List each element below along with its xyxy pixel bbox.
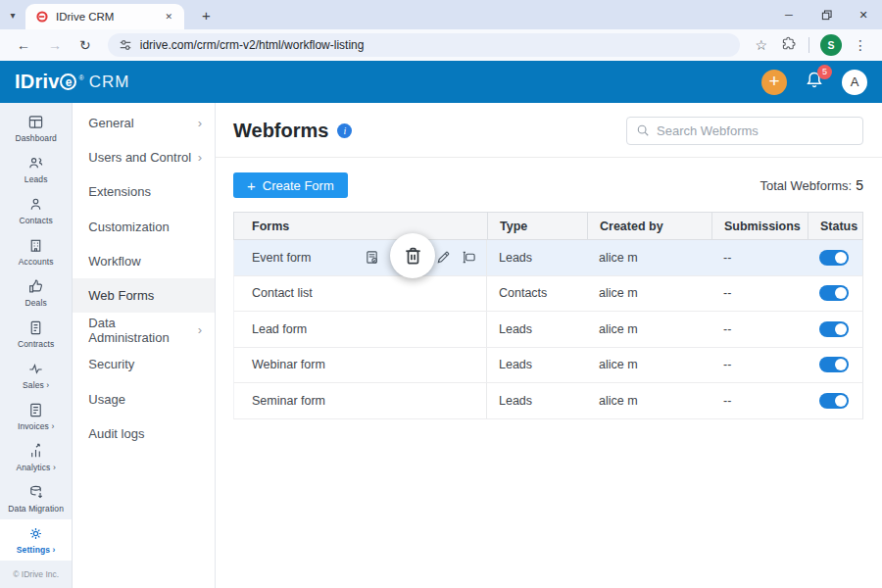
webforms-table: Forms Type Created by Submissions Status… xyxy=(233,212,863,419)
browser-menu-kebab-icon[interactable]: ⋮ xyxy=(849,37,872,53)
table-row[interactable]: Seminar form Leads alice m -- xyxy=(233,383,863,419)
sidebar-item-contracts[interactable]: Contracts xyxy=(0,314,72,355)
form-submissions: -- xyxy=(711,312,808,347)
forward-button[interactable]: → xyxy=(41,36,69,54)
search-input[interactable] xyxy=(657,123,854,138)
logo-e-mark: e xyxy=(60,74,76,90)
delete-icon xyxy=(402,245,424,268)
nav-item-users-and-control[interactable]: Users and Control › xyxy=(73,140,215,174)
table-row[interactable]: Webinar form Leads alice m -- xyxy=(233,348,863,384)
sidebar-item-deals[interactable]: Deals xyxy=(0,272,72,314)
sidebar-item-invoices[interactable]: Invoices › xyxy=(0,396,72,437)
nav-item-workflow[interactable]: Workflow xyxy=(73,244,215,278)
idrive-favicon-icon xyxy=(35,10,49,24)
sidebar-item-data-migration[interactable]: Data Migration xyxy=(0,478,72,519)
sidebar-item-accounts[interactable]: Accounts xyxy=(0,231,72,272)
form-submissions: -- xyxy=(711,240,808,275)
browser-toolbar: ← → ↻ idrive.com/crm/crm-v2/html/workflo… xyxy=(0,29,882,61)
window-close-button[interactable]: ✕ xyxy=(845,0,882,29)
column-created-by: Created by xyxy=(587,213,711,239)
sidebar-item-dashboard[interactable]: Dashboard xyxy=(0,108,72,149)
data-migration-icon xyxy=(27,484,44,501)
extensions-icon[interactable] xyxy=(776,36,801,54)
form-name: Event form xyxy=(252,251,311,265)
status-toggle[interactable] xyxy=(819,393,849,409)
nav-item-usage[interactable]: Usage xyxy=(73,382,215,416)
nav-item-extensions[interactable]: Extensions xyxy=(73,174,215,209)
form-name: Contact list xyxy=(252,286,313,300)
nav-item-data-administration[interactable]: Data Administration › xyxy=(73,313,215,347)
nav-item-customization[interactable]: Customization xyxy=(73,210,215,244)
sidebar-item-contacts[interactable]: Contacts xyxy=(0,190,72,231)
analytics-icon xyxy=(27,443,44,460)
browser-tabstrip: ▾ IDrive CRM ✕ + ─ ✕ xyxy=(0,0,882,29)
address-bar[interactable]: idrive.com/crm/crm-v2/html/workflow-list… xyxy=(108,33,741,57)
nav-item-security[interactable]: Security xyxy=(73,347,215,381)
search-box[interactable] xyxy=(626,117,863,145)
accounts-icon xyxy=(27,237,44,254)
form-type: Leads xyxy=(487,348,587,383)
settings-nav: General › Users and Control › Extensions… xyxy=(73,103,216,588)
nav-item-web-forms[interactable]: Web Forms xyxy=(73,278,215,313)
edit-icon[interactable] xyxy=(436,250,451,265)
chevron-right-icon: › xyxy=(198,116,202,130)
status-toggle[interactable] xyxy=(819,285,849,301)
main-content: Webforms i + Create Form Total Webforms:… xyxy=(216,103,882,588)
sidebar-item-analytics[interactable]: Analytics › xyxy=(0,437,72,478)
status-toggle[interactable] xyxy=(819,250,849,266)
quick-add-button[interactable]: + xyxy=(761,70,787,95)
bookmark-star-icon[interactable]: ☆ xyxy=(750,37,772,53)
tab-close-icon[interactable]: ✕ xyxy=(161,10,176,24)
user-avatar[interactable]: A xyxy=(842,70,867,95)
form-created-by: alice m xyxy=(587,383,711,418)
icon-rail: Dashboard Leads Contacts Accounts D xyxy=(0,103,73,588)
form-submissions: -- xyxy=(711,348,808,383)
registered-mark: ® xyxy=(78,74,83,81)
form-submissions: -- xyxy=(711,383,808,418)
browser-profile-avatar[interactable]: S xyxy=(820,34,842,56)
notifications-button[interactable]: 5 xyxy=(805,71,824,94)
browser-tab[interactable]: IDrive CRM ✕ xyxy=(25,4,184,29)
form-name: Seminar form xyxy=(252,394,325,408)
table-row[interactable]: Event form xyxy=(233,240,863,276)
form-created-by: alice m xyxy=(587,240,711,275)
chevron-right-icon: › xyxy=(198,150,202,165)
copyright-text: © IDrive Inc. xyxy=(0,562,72,588)
info-icon[interactable]: i xyxy=(337,123,352,138)
status-toggle[interactable] xyxy=(819,321,849,337)
new-tab-button[interactable]: + xyxy=(194,7,219,24)
status-toggle[interactable] xyxy=(819,357,849,372)
delete-button-highlight[interactable] xyxy=(390,233,435,278)
tab-search-chevron-icon[interactable]: ▾ xyxy=(0,10,25,21)
table-row[interactable]: Contact list Contacts alice m -- xyxy=(233,276,863,313)
sidebar-item-settings[interactable]: Settings › xyxy=(0,519,72,561)
form-submissions: -- xyxy=(711,276,808,312)
nav-item-general[interactable]: General › xyxy=(73,106,215,140)
reload-button[interactable]: ↻ xyxy=(73,36,98,54)
sales-icon xyxy=(27,361,44,377)
toggle-knob xyxy=(835,287,847,299)
column-forms: Forms xyxy=(234,213,487,239)
chevron-right-icon: › xyxy=(198,322,202,337)
deals-icon xyxy=(27,278,44,295)
create-form-button[interactable]: + Create Form xyxy=(233,172,348,198)
window-minimize-button[interactable]: ─ xyxy=(770,0,808,29)
notification-count-badge: 5 xyxy=(817,65,832,79)
leads-icon xyxy=(27,155,44,172)
nav-item-audit-logs[interactable]: Audit logs xyxy=(73,416,215,451)
form-type: Leads xyxy=(487,312,587,347)
window-restore-button[interactable] xyxy=(808,0,845,29)
form-name: Lead form xyxy=(252,322,307,336)
table-row[interactable]: Lead form Leads alice m -- xyxy=(233,312,863,348)
logo-product: CRM xyxy=(89,73,130,92)
form-type: Leads xyxy=(487,383,587,418)
form-created-by: alice m xyxy=(587,312,711,347)
settings-gear-icon xyxy=(27,525,44,542)
preview-form-icon[interactable] xyxy=(365,250,379,265)
site-settings-icon[interactable] xyxy=(119,38,132,52)
embed-icon[interactable] xyxy=(462,250,476,265)
sidebar-item-leads[interactable]: Leads xyxy=(0,149,72,190)
sidebar-item-sales[interactable]: Sales › xyxy=(0,355,72,396)
back-button[interactable]: ← xyxy=(10,36,37,54)
toolbar-divider xyxy=(808,37,809,53)
